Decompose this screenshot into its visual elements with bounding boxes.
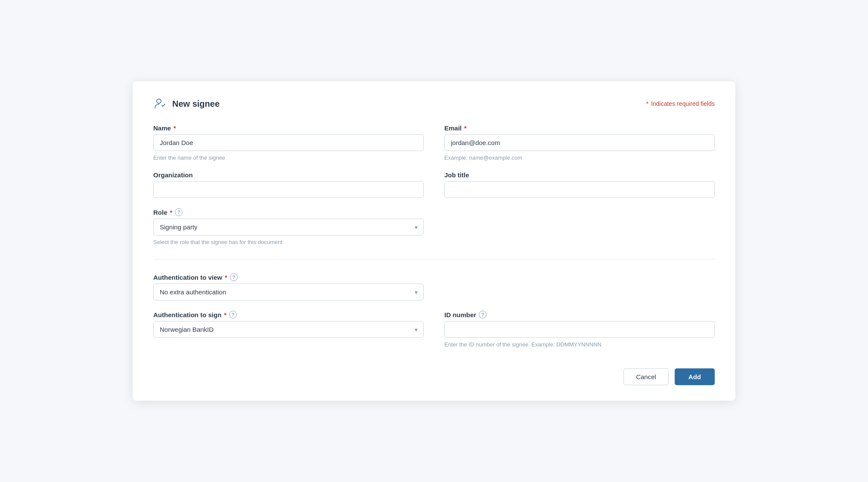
auth-sign-required-star: *: [224, 311, 226, 318]
id-number-label: ID number ?: [444, 311, 715, 318]
auth-sign-help-icon[interactable]: ?: [229, 311, 237, 318]
form-group-email: Email * Example: name@example.com: [444, 124, 715, 161]
role-required-star: *: [170, 209, 173, 216]
signee-icon: [153, 97, 167, 111]
section-divider: [153, 259, 715, 260]
auth-sign-label: Authentication to sign * ?: [153, 311, 424, 318]
organization-input[interactable]: [153, 181, 424, 198]
add-button[interactable]: Add: [675, 368, 715, 385]
email-hint: Example: name@example.com: [444, 154, 715, 161]
name-hint: Enter the name of the signee: [153, 154, 424, 161]
organization-label: Organization: [153, 171, 424, 179]
new-signee-modal: New signee * Indicates required fields N…: [133, 81, 735, 401]
form-group-auth-sign: Authentication to sign * ? Norwegian Ban…: [153, 311, 424, 348]
auth-sign-select-wrapper: Norwegian BankID Swedish BankID Danish M…: [153, 321, 424, 338]
email-label: Email *: [444, 124, 715, 132]
form-body: Name * Enter the name of the signee Emai…: [153, 124, 715, 348]
form-group-organization: Organization: [153, 171, 424, 198]
id-number-help-icon[interactable]: ?: [479, 311, 487, 318]
id-number-input[interactable]: [444, 321, 715, 338]
auth-view-select-wrapper: No extra authentication Email OTP SMS OT…: [153, 284, 424, 300]
job-title-input[interactable]: [444, 181, 715, 198]
modal-title: New signee: [172, 99, 220, 109]
auth-sign-select[interactable]: Norwegian BankID Swedish BankID Danish M…: [153, 321, 424, 338]
auth-view-select[interactable]: No extra authentication Email OTP SMS OT…: [153, 284, 424, 300]
id-number-hint: Enter the ID number of the signee. Examp…: [444, 341, 715, 348]
role-select-wrapper: Signing party Viewer Approver ▾: [153, 219, 424, 235]
required-star: *: [646, 100, 648, 107]
auth-view-row-empty: [444, 273, 715, 300]
auth-view-help-icon[interactable]: ?: [230, 273, 238, 281]
form-group-id-number: ID number ? Enter the ID number of the s…: [444, 311, 715, 348]
form-group-job-title: Job title: [444, 171, 715, 198]
role-select[interactable]: Signing party Viewer Approver: [153, 219, 424, 235]
svg-point-0: [157, 99, 161, 103]
required-note: * Indicates required fields: [646, 100, 715, 107]
form-group-name: Name * Enter the name of the signee: [153, 124, 424, 161]
role-help-icon[interactable]: ?: [175, 208, 183, 216]
modal-footer: Cancel Add: [153, 362, 715, 385]
modal-header: New signee * Indicates required fields: [153, 97, 715, 111]
name-input[interactable]: [153, 134, 424, 151]
auth-view-required-star: *: [225, 274, 227, 281]
role-label: Role * ?: [153, 208, 424, 216]
modal-title-group: New signee: [153, 97, 220, 111]
name-label: Name *: [153, 124, 424, 132]
email-input[interactable]: [444, 134, 715, 151]
name-required-star: *: [174, 124, 176, 132]
form-group-auth-view: Authentication to view * ? No extra auth…: [153, 273, 424, 300]
role-row-empty: [444, 208, 715, 245]
job-title-label: Job title: [444, 171, 715, 179]
form-group-role: Role * ? Signing party Viewer Approver ▾…: [153, 208, 424, 245]
role-hint: Select the role that the signee has for …: [153, 239, 424, 245]
auth-view-label: Authentication to view * ?: [153, 273, 424, 281]
email-required-star: *: [464, 124, 467, 132]
cancel-button[interactable]: Cancel: [623, 368, 669, 385]
